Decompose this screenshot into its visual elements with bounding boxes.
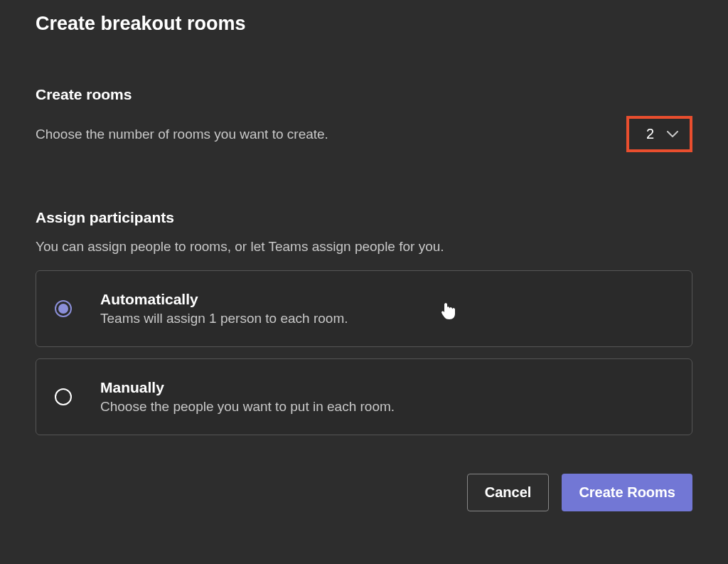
option-automatically-content: Automatically Teams will assign 1 person… xyxy=(100,291,673,326)
option-manually-content: Manually Choose the people you want to p… xyxy=(100,379,673,415)
radio-manually[interactable] xyxy=(55,388,72,405)
assign-participants-section: Assign participants You can assign peopl… xyxy=(36,209,692,255)
create-rooms-heading: Create rooms xyxy=(36,86,692,103)
option-manually-description: Choose the people you want to put in eac… xyxy=(100,399,673,415)
radio-automatically[interactable] xyxy=(55,300,72,317)
chevron-down-icon xyxy=(667,129,678,140)
cursor-pointer-icon xyxy=(441,302,457,321)
create-rooms-row: Choose the number of rooms you want to c… xyxy=(36,116,692,152)
breakout-rooms-dialog: Create breakout rooms Create rooms Choos… xyxy=(0,0,728,533)
create-rooms-description: Choose the number of rooms you want to c… xyxy=(36,127,328,142)
create-rooms-section: Create rooms Choose the number of rooms … xyxy=(36,86,692,152)
assign-participants-heading: Assign participants xyxy=(36,209,692,226)
option-automatically-title: Automatically xyxy=(100,291,673,308)
radio-selected-indicator xyxy=(58,304,68,314)
room-count-dropdown[interactable]: 2 xyxy=(626,116,692,152)
option-automatically-description: Teams will assign 1 person to each room. xyxy=(100,311,673,326)
option-manually-title: Manually xyxy=(100,379,673,396)
option-manually[interactable]: Manually Choose the people you want to p… xyxy=(36,358,692,435)
room-count-value: 2 xyxy=(646,126,654,142)
option-automatically[interactable]: Automatically Teams will assign 1 person… xyxy=(36,270,692,347)
dialog-title: Create breakout rooms xyxy=(36,13,692,35)
cancel-button[interactable]: Cancel xyxy=(467,474,550,511)
assign-participants-description: You can assign people to rooms, or let T… xyxy=(36,239,692,255)
dialog-button-row: Cancel Create Rooms xyxy=(36,474,692,511)
create-rooms-button[interactable]: Create Rooms xyxy=(562,474,692,511)
